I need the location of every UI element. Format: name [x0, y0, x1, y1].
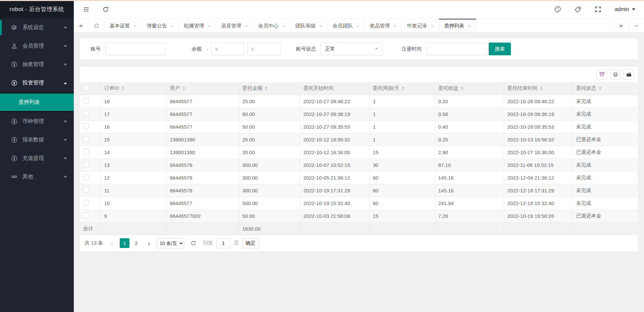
tab-close-icon[interactable]: ×: [133, 23, 137, 28]
sort-icon[interactable]: [265, 86, 268, 90]
tab-close-icon[interactable]: ×: [208, 23, 211, 28]
sort-icon[interactable]: [182, 86, 185, 90]
page-button-1[interactable]: 1: [120, 238, 129, 248]
column-header-委托金额[interactable]: 委托金额: [239, 82, 300, 95]
row-checkbox[interactable]: [83, 212, 89, 218]
tab-中奖记录[interactable]: 中奖记录×: [402, 19, 439, 32]
row-checkbox[interactable]: [83, 136, 89, 142]
row-checkbox[interactable]: [83, 162, 89, 167]
cell-委托结束时间: 2022-10-27 16:36:00: [504, 146, 573, 159]
column-header-委托周期/天[interactable]: 委托周期/天: [369, 82, 435, 95]
cell-订单ID: 11: [101, 184, 166, 197]
sidebar-item-label: 会员管理: [22, 43, 44, 50]
balance-max-input[interactable]: [248, 43, 280, 55]
fullscreen-icon[interactable]: [594, 6, 602, 13]
sidebar-item-currency[interactable]: 币种管理: [0, 112, 74, 131]
row-checkbox[interactable]: [83, 98, 89, 104]
column-header-用户[interactable]: 用户: [166, 82, 239, 95]
cell-委托周期/天: 1: [369, 95, 435, 108]
goto-confirm-button[interactable]: 确定: [242, 238, 259, 248]
tab-label: 质押列表: [444, 23, 464, 29]
theme-palette-icon[interactable]: [554, 6, 561, 13]
column-label: 委托收益: [438, 85, 459, 91]
tab-质押列表[interactable]: 质押列表×: [439, 19, 476, 32]
search-button[interactable]: 搜索: [489, 43, 511, 55]
table-row: 96644557700250.002022-10-03 21:58:08157.…: [80, 209, 638, 222]
row-checkbox[interactable]: [83, 149, 89, 154]
tab-close-icon[interactable]: ×: [245, 23, 248, 28]
tab-弹窗公告[interactable]: 弹窗公告×: [142, 19, 179, 32]
row-checkbox[interactable]: [83, 174, 89, 180]
yuan-icon: [10, 118, 18, 125]
column-header-委托收益[interactable]: 委托收益: [435, 82, 504, 95]
select-all-checkbox[interactable]: [83, 85, 89, 91]
tab-会员团队[interactable]: 会员团队×: [328, 19, 365, 32]
refresh-icon[interactable]: [102, 6, 109, 13]
sidebar-item-member[interactable]: 会员管理: [0, 37, 74, 55]
column-header-委托状态[interactable]: 委托状态: [573, 82, 638, 95]
tab-会员中心[interactable]: 会员中心×: [253, 19, 290, 32]
tab-close-icon[interactable]: ×: [468, 23, 471, 28]
row-checkbox[interactable]: [83, 187, 89, 193]
cell-委托状态: 已退还本金: [573, 133, 638, 146]
page-size-select[interactable]: 10 条/页: [157, 238, 184, 248]
cell-委托金额: 25.00: [239, 95, 300, 108]
regtime-input[interactable]: [426, 43, 488, 55]
column-header-订单ID[interactable]: 订单ID: [101, 82, 166, 95]
tab-label: 奖品管理: [370, 23, 390, 29]
sidebar-item-report[interactable]: 报表数据: [0, 131, 74, 149]
tab-close-icon[interactable]: ×: [282, 23, 285, 28]
sidebar-item-lottery[interactable]: 抽奖管理: [0, 55, 74, 74]
tabs-scroll-right-button[interactable]: »: [613, 19, 629, 32]
sidebar-item-recharge[interactable]: 充值提现: [0, 149, 74, 168]
row-checkbox[interactable]: [83, 123, 89, 129]
column-header-委托结束时间[interactable]: 委托结束时间: [504, 82, 573, 95]
row-select-cell: [80, 133, 101, 146]
page-button-2[interactable]: 2: [131, 238, 141, 248]
chevron-down-icon: [64, 45, 67, 47]
print-button[interactable]: [610, 69, 621, 80]
account-input[interactable]: [105, 43, 166, 55]
tab-奖品管理[interactable]: 奖品管理×: [365, 19, 402, 32]
next-page-button[interactable]: ›: [145, 240, 153, 247]
sort-icon[interactable]: [461, 86, 464, 90]
tab-close-icon[interactable]: ×: [319, 23, 322, 28]
tab-close-icon[interactable]: ×: [431, 23, 434, 28]
home-tab-icon[interactable]: [89, 19, 105, 32]
status-select[interactable]: 正常: [321, 43, 383, 55]
tabs-menu-button[interactable]: [629, 19, 644, 32]
cell-委托状态: 未完成: [573, 120, 638, 133]
collapse-menu-icon[interactable]: [83, 6, 90, 13]
tab-语言管理[interactable]: 语言管理×: [216, 19, 253, 32]
sidebar-item-other[interactable]: 其他: [0, 168, 74, 186]
pagination-refresh-icon[interactable]: [190, 240, 197, 247]
cell-委托周期/天: 1: [369, 120, 435, 133]
export-button[interactable]: [624, 69, 634, 80]
sidebar-item-invest[interactable]: 投资管理: [0, 74, 74, 92]
sort-icon[interactable]: [540, 86, 543, 90]
tabs-scroll-left-button[interactable]: «: [74, 19, 89, 32]
chevron-down-icon: [64, 27, 67, 29]
sort-icon[interactable]: [402, 86, 405, 90]
cell-用户: 138001380: [166, 146, 239, 159]
balance-min-input[interactable]: [211, 43, 244, 55]
user-menu[interactable]: admin: [614, 6, 635, 12]
sidebar-item-system[interactable]: 系统设定: [0, 18, 74, 37]
cell-委托金额: 50.00: [239, 209, 300, 222]
column-settings-button[interactable]: [597, 69, 607, 80]
sidebar-item-label: 币种管理: [22, 118, 44, 125]
tab-close-icon[interactable]: ×: [171, 23, 174, 28]
tab-基本设置[interactable]: 基本设置×: [105, 19, 142, 32]
sort-icon[interactable]: [122, 86, 124, 90]
tab-轮播管理[interactable]: 轮播管理×: [179, 19, 216, 32]
row-checkbox[interactable]: [83, 200, 89, 205]
sort-icon[interactable]: [599, 86, 601, 90]
row-checkbox[interactable]: [83, 111, 89, 116]
tab-团队等级[interactable]: 团队等级×: [290, 19, 328, 32]
sidebar-subitem-pledge-list[interactable]: 质押列表: [0, 93, 74, 111]
goto-page-input[interactable]: [216, 238, 230, 248]
tab-close-icon[interactable]: ×: [357, 23, 360, 28]
tab-close-icon[interactable]: ×: [393, 23, 396, 28]
tag-icon[interactable]: [574, 6, 582, 13]
prev-page-button[interactable]: ‹: [108, 240, 116, 247]
